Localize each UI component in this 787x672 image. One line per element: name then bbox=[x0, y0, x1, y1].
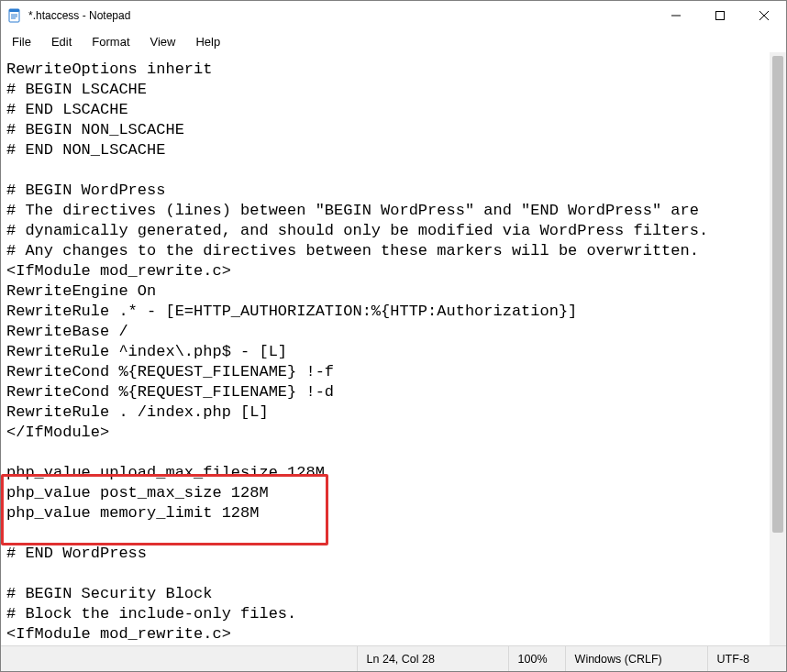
menu-help[interactable]: Help bbox=[188, 33, 227, 50]
editor-viewport: RewriteOptions inherit # BEGIN LSCACHE #… bbox=[1, 52, 786, 645]
close-button[interactable] bbox=[742, 1, 786, 30]
text-editor[interactable]: RewriteOptions inherit # BEGIN LSCACHE #… bbox=[1, 52, 786, 645]
maximize-button[interactable] bbox=[698, 1, 742, 30]
menu-file[interactable]: File bbox=[5, 33, 39, 50]
title-bar: *.htaccess - Notepad bbox=[1, 1, 786, 30]
status-zoom: 100% bbox=[508, 646, 565, 671]
vertical-scrollbar[interactable] bbox=[770, 52, 786, 645]
window-controls bbox=[654, 1, 786, 30]
status-line-ending: Windows (CRLF) bbox=[565, 646, 707, 671]
minimize-button[interactable] bbox=[654, 1, 698, 30]
menu-view[interactable]: View bbox=[143, 33, 183, 50]
window-title: *.htaccess - Notepad bbox=[28, 9, 654, 22]
svg-rect-6 bbox=[716, 12, 725, 20]
status-encoding: UTF-8 bbox=[707, 646, 786, 671]
notepad-app-icon bbox=[6, 7, 23, 24]
status-line-col: Ln 24, Col 28 bbox=[357, 646, 508, 671]
status-bar: Ln 24, Col 28 100% Windows (CRLF) UTF-8 bbox=[1, 645, 786, 671]
scrollbar-thumb[interactable] bbox=[772, 56, 783, 533]
menu-edit[interactable]: Edit bbox=[44, 33, 79, 50]
menu-bar: File Edit Format View Help bbox=[1, 30, 786, 52]
svg-rect-1 bbox=[9, 9, 19, 12]
menu-format[interactable]: Format bbox=[84, 33, 137, 50]
